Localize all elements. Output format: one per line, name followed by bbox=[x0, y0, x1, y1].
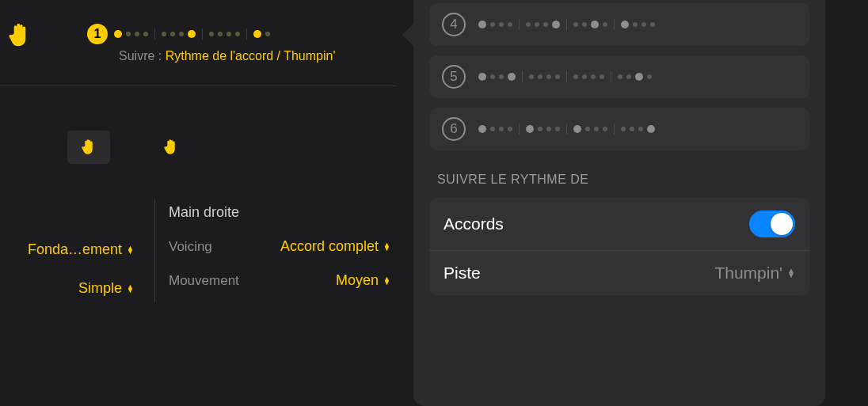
voicing-select[interactable]: Accord complet ▲▼ bbox=[257, 238, 390, 255]
voicing-row: Voicing Accord complet ▲▼ bbox=[169, 238, 390, 255]
beat-dot bbox=[218, 32, 223, 36]
right-hand-button[interactable] bbox=[150, 131, 192, 164]
follow-settings: Accords Piste Thumpin' ▲▼ bbox=[429, 198, 809, 295]
accords-row: Accords bbox=[429, 198, 809, 251]
beat-divider bbox=[246, 28, 247, 40]
movement-select[interactable]: Moyen ▲▼ bbox=[257, 272, 390, 289]
beat-dot bbox=[591, 21, 599, 28]
beat-dot bbox=[478, 125, 486, 133]
preset-row-4[interactable]: 4 bbox=[429, 3, 809, 46]
hand-icon bbox=[8, 22, 32, 52]
toggle-knob bbox=[771, 213, 793, 235]
accords-label: Accords bbox=[444, 214, 504, 233]
beat-dot bbox=[630, 127, 634, 131]
beat-dot bbox=[546, 74, 551, 79]
beat-dot bbox=[546, 127, 551, 131]
simple-value: Simple bbox=[78, 280, 122, 297]
preset-row-5[interactable]: 5 bbox=[429, 55, 809, 98]
left-hand-button[interactable] bbox=[67, 131, 110, 164]
preset-number-badge: 5 bbox=[442, 65, 466, 89]
beat-dot bbox=[538, 127, 542, 131]
beat-dot bbox=[508, 127, 512, 131]
beat-dot bbox=[543, 22, 548, 27]
beat-dot bbox=[635, 73, 643, 81]
beat-dot bbox=[600, 74, 604, 79]
beat-dot bbox=[499, 127, 504, 131]
preset-row-6[interactable]: 6 bbox=[429, 108, 809, 150]
beat-dot bbox=[582, 22, 587, 27]
beat-dot bbox=[573, 22, 578, 27]
beat-dot bbox=[508, 73, 516, 81]
movement-row: Mouvement Moyen ▲▼ bbox=[169, 272, 390, 289]
stepper-icon: ▲▼ bbox=[383, 243, 390, 251]
beat-dot bbox=[253, 30, 261, 38]
beat-divider bbox=[519, 123, 520, 135]
beat-dot bbox=[633, 22, 638, 27]
piste-value: Thumpin' bbox=[714, 264, 782, 283]
beat-dot bbox=[235, 32, 240, 36]
beat-dot bbox=[209, 32, 214, 36]
beat-dot bbox=[638, 127, 643, 131]
piste-select[interactable]: Thumpin' ▲▼ bbox=[714, 264, 795, 283]
beat-dot bbox=[555, 74, 560, 79]
fondamental-value: Fonda…ement bbox=[28, 241, 122, 258]
beat-dot bbox=[499, 74, 504, 79]
follow-rhythm-caption: SUIVRE LE RYTHME DE bbox=[437, 173, 809, 187]
beat-dot bbox=[490, 74, 495, 79]
left-param-column: Fonda…ement ▲▼ Simple ▲▼ bbox=[0, 241, 139, 319]
right-hand-title: Main droite bbox=[169, 204, 390, 221]
beat-dot bbox=[552, 21, 560, 28]
selected-preset-row[interactable]: 1 bbox=[87, 24, 270, 44]
beat-dot bbox=[621, 127, 626, 131]
rhythm-pattern bbox=[478, 71, 652, 82]
preset-number: 1 bbox=[94, 27, 101, 41]
beat-dot bbox=[647, 74, 652, 79]
beat-dot bbox=[170, 32, 175, 36]
beat-dot bbox=[573, 125, 581, 133]
beat-dot bbox=[582, 74, 587, 79]
follow-label: Suivre : Rythme de l'accord / Thumpin' bbox=[119, 49, 335, 63]
beat-divider bbox=[614, 123, 615, 135]
accords-toggle[interactable] bbox=[749, 211, 795, 237]
rhythm-pattern bbox=[478, 19, 655, 30]
stepper-icon: ▲▼ bbox=[127, 246, 134, 254]
fondamental-select[interactable]: Fonda…ement ▲▼ bbox=[0, 241, 139, 258]
beat-dot bbox=[603, 22, 607, 27]
beat-dot bbox=[641, 22, 646, 27]
beat-dot bbox=[478, 73, 486, 81]
beat-divider bbox=[611, 71, 611, 82]
beat-dot bbox=[114, 30, 122, 38]
rhythm-pattern bbox=[114, 28, 270, 40]
beat-dot bbox=[143, 32, 148, 36]
beat-dot bbox=[535, 22, 539, 27]
beat-dot bbox=[526, 22, 531, 27]
beat-divider bbox=[154, 28, 155, 40]
beat-dot bbox=[618, 74, 622, 79]
beat-dot bbox=[179, 32, 184, 36]
beat-dot bbox=[162, 32, 166, 36]
beat-dot bbox=[478, 21, 486, 28]
preset-number-badge: 6 bbox=[442, 117, 466, 141]
preset-popover: 456 SUIVRE LE RYTHME DE Accords Piste Th… bbox=[413, 0, 825, 406]
beat-dot bbox=[594, 127, 599, 131]
beat-dot bbox=[650, 22, 655, 27]
voicing-value: Accord complet bbox=[280, 238, 379, 255]
piste-label: Piste bbox=[444, 264, 481, 283]
piste-row[interactable]: Piste Thumpin' ▲▼ bbox=[429, 251, 809, 295]
beat-dot bbox=[585, 127, 590, 131]
beat-dot bbox=[603, 127, 607, 131]
hand-icon bbox=[81, 138, 97, 156]
beat-divider bbox=[566, 19, 567, 30]
simple-select[interactable]: Simple ▲▼ bbox=[0, 280, 139, 297]
voicing-label: Voicing bbox=[169, 239, 249, 255]
beat-dot bbox=[508, 22, 512, 27]
follow-prefix: Suivre : bbox=[119, 49, 166, 63]
divider bbox=[154, 199, 155, 302]
beat-dot bbox=[265, 32, 270, 36]
stepper-icon: ▲▼ bbox=[383, 277, 390, 285]
beat-dot bbox=[538, 74, 542, 79]
beat-dot bbox=[647, 125, 655, 133]
beat-dot bbox=[626, 74, 631, 79]
beat-divider bbox=[519, 19, 520, 30]
beat-dot bbox=[135, 32, 139, 36]
